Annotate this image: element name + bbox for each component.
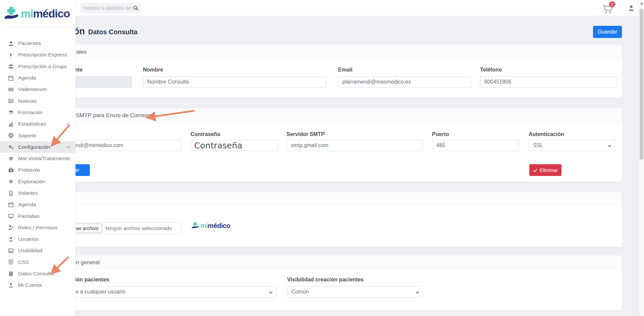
brand-text-mi: mi	[21, 7, 33, 20]
sidebar-item-vademecum[interactable]: Vademecum	[0, 84, 75, 95]
sidebar-item-protocolo[interactable]: Protocolo	[0, 164, 75, 176]
telefono-input[interactable]	[480, 76, 616, 88]
sidebar-item-label: Roles / Permisos	[18, 225, 57, 231]
sidebar-item-label: Pacientes	[18, 40, 41, 46]
sidebar-item-mot-visita[interactable]: Mot Visita/Tratamiento	[0, 153, 75, 164]
chevron-down-icon	[415, 290, 420, 294]
nombre-input[interactable]	[143, 76, 326, 88]
nombre-label: Nombre	[143, 67, 163, 73]
sidebar-nav: PacientesPrescripción ExpressPrescripció…	[0, 38, 75, 291]
sidebar-item-volantes[interactable]: Volantes	[0, 187, 75, 199]
sidebar-item-usabilidad[interactable]: Usabilidad	[0, 245, 75, 256]
contrasena-label: Contraseña	[191, 131, 220, 137]
sidebar-item-prescripcion-express[interactable]: Prescripción Express	[0, 49, 75, 60]
sidebar-item-label: Pantallas	[18, 213, 40, 219]
file-icon	[8, 190, 14, 196]
css-icon	[8, 259, 14, 265]
email-label: Email	[338, 67, 353, 73]
autenticacion-label: Autenticación	[529, 131, 564, 137]
contrasena-input[interactable]	[191, 140, 278, 151]
autenticacion-value: SSL	[533, 142, 543, 148]
sidebar-item-label: Vademecum	[18, 86, 47, 92]
sidebar-item-prescripcion-grupo[interactable]: Prescripción a Grupo	[0, 61, 75, 72]
sidebar-item-label: Agenda	[18, 75, 36, 81]
chevron-left-icon	[66, 122, 71, 126]
sidebar-item-css[interactable]: CSS	[0, 257, 75, 268]
card-logo: Seleccionar archivo Ningún archivo selec…	[69, 192, 622, 247]
sidebar-item-label: Protocolo	[18, 167, 40, 173]
sidebar-item-label: Prescripción a Grupo	[18, 63, 67, 70]
sidebar-item-label: Volantes	[18, 190, 38, 196]
sidebar-item-mi-cuenta[interactable]: Mi Cuenta	[0, 279, 75, 291]
sidebar-item-pacientes[interactable]: Pacientes	[0, 38, 75, 49]
calendar-icon	[8, 75, 14, 81]
cart-badge: 2	[609, 1, 615, 7]
scrollbar-thumb[interactable]	[640, 9, 643, 160]
life-ring-icon	[8, 133, 14, 138]
page-subtitle: Datos Consulta	[88, 28, 138, 36]
patient-searchbox	[80, 3, 141, 13]
card-config-general-header: Configuración general	[69, 255, 622, 269]
sidebar-item-soporte[interactable]: Soporte	[0, 130, 75, 141]
sidebar-item-formacion[interactable]: Formación	[0, 107, 75, 118]
search-input[interactable]	[84, 5, 133, 11]
user-account-icon[interactable]	[628, 5, 635, 11]
visibilidad-select[interactable]: Común	[287, 286, 423, 298]
eliminar-button[interactable]: Eliminar	[529, 164, 561, 176]
scroll-up-arrow[interactable]	[640, 2, 643, 4]
visibilidad-label: Visibilidad creación pacientes	[287, 277, 364, 283]
sidebar-item-label: CSS	[18, 259, 29, 265]
brand-hand-cross-icon	[192, 222, 199, 230]
sidebar-item-usuarios[interactable]: Usuarios	[0, 233, 75, 245]
sidebar-divider	[3, 27, 72, 27]
telefono-label: Teléfono	[480, 67, 502, 73]
sidebar-item-noticias[interactable]: Noticias	[0, 95, 75, 106]
sidebar: mimédico PacientesPrescripción ExpressPr…	[0, 0, 75, 316]
graduation-cap-icon	[8, 109, 14, 115]
sidebar-item-label: Estadísticas	[18, 121, 46, 127]
bar-chart-icon	[8, 121, 14, 127]
puerto-input[interactable]	[432, 140, 519, 151]
calendar-icon	[8, 202, 14, 208]
email-input[interactable]	[338, 76, 471, 88]
gear-icon	[8, 179, 14, 184]
chevron-down-icon	[66, 145, 71, 149]
page-root: 2 ConfiguraciónDatos Consulta Guardar Da…	[0, 0, 644, 316]
barcode-icon	[8, 87, 14, 92]
cart-button[interactable]: 2	[602, 3, 613, 13]
sidebar-item-configuracion[interactable]: Configuración	[0, 141, 75, 153]
sidebar-item-label: Datos Consulta	[18, 271, 54, 277]
sidebar-item-estadisticas[interactable]: Estadísticas	[0, 118, 75, 130]
check-icon	[533, 168, 537, 172]
sidebar-item-agenda-2[interactable]: Agenda	[0, 199, 75, 210]
sidebar-item-roles-permisos[interactable]: Roles / Permisos	[0, 222, 75, 233]
chevron-down-icon	[269, 290, 273, 294]
brand-text-medico: médico	[33, 7, 70, 20]
gears-icon	[8, 144, 14, 150]
asignacion-pacientes-select[interactable]: Asignable a cualquier usuario	[51, 286, 276, 298]
bolt-icon	[8, 52, 14, 58]
hospital-icon	[8, 271, 14, 277]
servidor-smtp-input[interactable]	[286, 140, 423, 151]
sidebar-item-label: Mi Cuenta	[18, 282, 42, 288]
heartbeat-icon	[8, 156, 14, 162]
brand-hand-cross-icon	[4, 6, 19, 21]
sidebar-item-agenda[interactable]: Agenda	[0, 72, 75, 84]
user-badge-icon	[8, 282, 14, 288]
card-datos-generales: Datos Generales Cliente Nombre Email Tel…	[69, 44, 622, 98]
topbar: 2	[0, 0, 644, 16]
current-logo-image: mimédico	[192, 222, 230, 230]
sidebar-item-datos-consulta[interactable]: Datos Consulta	[0, 268, 75, 279]
sidebar-item-label: Prescripción Express	[18, 52, 67, 58]
card-datos-generales-header: Datos Generales	[69, 45, 622, 59]
logo-text-medico: médico	[208, 222, 230, 229]
save-button[interactable]: Guardar	[593, 26, 622, 38]
sidebar-item-exploracion[interactable]: Exploración	[0, 176, 75, 187]
brand-logo: mimédico	[4, 6, 70, 21]
sidebar-item-pantallas[interactable]: Pantallas	[0, 210, 75, 222]
topbar-actions: 2	[602, 0, 635, 16]
autenticacion-select[interactable]: SSL	[529, 140, 615, 151]
sidebar-item-label: Noticias	[18, 98, 37, 104]
scrollbar	[639, 0, 644, 316]
search-icon[interactable]	[133, 5, 139, 11]
